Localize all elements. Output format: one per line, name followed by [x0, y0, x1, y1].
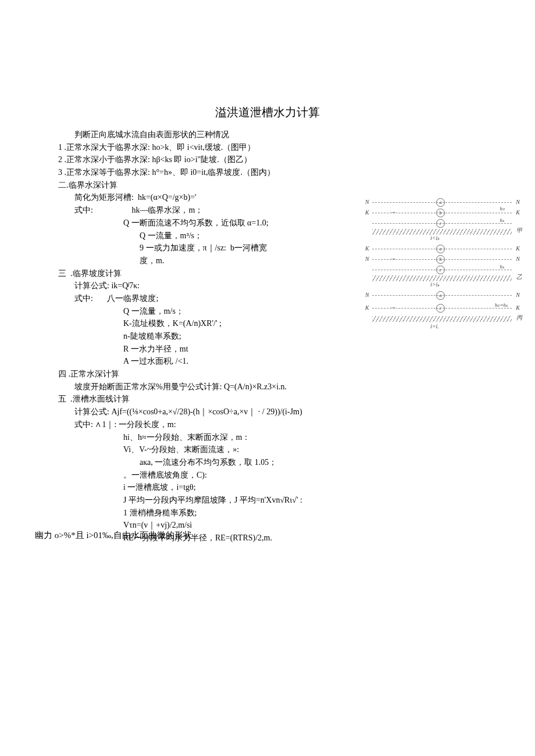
body-line: hi、h≈一分段始、末断面水深，m：: [58, 431, 477, 444]
body-line: 2 .正常水深小于临界水深: hβ<ks 即 io>i"陡坡.（图乙）: [58, 153, 477, 166]
zone-b-icon: b: [436, 209, 445, 217]
footer-line: 幽力 o>%*且 i>01‰,自由水面曲微的形状: [35, 530, 192, 541]
diagram-row: K a K N → b N c hₖ 乙 i>iₖ: [372, 244, 512, 288]
zone-c-icon: c: [436, 219, 445, 228]
body-line: 坡度开始断面正常水深%用曼宁公式计算: Q=(A/n)×R.z3×i.n.: [58, 381, 477, 393]
diagram-label: K: [365, 304, 369, 311]
zone-a-icon: a: [436, 291, 445, 300]
body-line: 1 泄梢槽身糙率系数;: [58, 507, 477, 519]
diagram-row: N a N K → c h₀=hₖ K 丙 i=i.: [372, 291, 512, 335]
diagram-label: K: [516, 209, 520, 216]
zone-a-icon: a: [436, 245, 445, 253]
body-line: R 一水力半径，mt: [58, 343, 477, 356]
arrow-icon: →: [390, 255, 397, 263]
zone-a-icon: a: [436, 198, 445, 207]
diagram-condition: i<iₖ: [430, 235, 440, 241]
zone-c-icon: c: [436, 304, 445, 313]
diagram-label: N: [516, 199, 520, 205]
body-line: Vi、V-~分段始、末断面流速，»:: [58, 443, 477, 456]
body-line: 3 .正常水深等于临界水深: h°=h»、即 i0=it,临界坡度.（图内）: [58, 166, 477, 179]
diagram-row-label: 丙: [516, 314, 522, 322]
diagram-label: K: [365, 209, 369, 216]
section-heading: 二.临界水深计算: [58, 179, 477, 192]
section-heading: 五 .泄槽水面线计算: [58, 393, 477, 406]
body-line: 。一泄槽底坡角度，C):: [58, 469, 477, 482]
diagram-label: N: [365, 292, 369, 298]
body-line: 1 .正常水深大于临界水深: ho>k、即 i<vit,缓坡.（图甲）: [58, 141, 477, 154]
diagram-figure: N a N K → b h₀ K c hₖ 甲 i<iₖ K a K N → b: [372, 198, 512, 337]
diagram-label: N: [516, 292, 520, 298]
arrow-icon: →: [390, 208, 397, 217]
diagram-label: h₀: [500, 206, 505, 212]
diagram-row-label: 甲: [516, 227, 522, 235]
arrow-icon: →: [390, 303, 397, 312]
diagram-condition: i>iₖ: [430, 281, 440, 288]
body-line: 式中: ∧1｜: 一分段长度，m:: [58, 418, 477, 431]
diagram-label: K: [516, 304, 520, 311]
body-line: 计算公式: Ajf=((⅛×cos0+a,×√/28)-(h｜×cosO÷a,×…: [58, 406, 477, 418]
diagram-row-label: 乙: [516, 273, 522, 281]
diagram-label: N: [516, 256, 520, 262]
diagram-label: h₀=hₖ: [495, 302, 508, 308]
body-line: aкa, 一流速分布不均匀系数，取 1.05；: [58, 456, 477, 469]
diagram-label: hₖ: [500, 217, 505, 223]
body-line: i 一泄槽底坡，i=tgθ;: [58, 481, 477, 494]
zone-c-icon: c: [436, 266, 445, 274]
page-title: 溢洪道泄槽水力计算: [58, 105, 477, 120]
diagram-label: K: [516, 245, 520, 252]
section-heading: 四 .正常水深计算: [58, 368, 477, 381]
diagram-label: K: [365, 245, 369, 252]
body-line: J 平均一分段内平均摩阻坡降，J 平均=n'Xvn√Rι√' :: [58, 494, 477, 507]
diagram-row: N a N K → b h₀ K c hₖ 甲 i<iₖ: [372, 198, 512, 242]
diagram-condition: i=i.: [430, 323, 439, 329]
body-line: A 一过水面积, /<1.: [58, 355, 477, 368]
diagram-label: N: [365, 199, 369, 205]
diagram-label: N: [365, 256, 369, 262]
diagram-label: hₖ: [500, 264, 505, 270]
zone-b-icon: b: [436, 255, 445, 264]
body-line: 判断正向底城水流自由表面形状的三种情况: [58, 128, 477, 141]
